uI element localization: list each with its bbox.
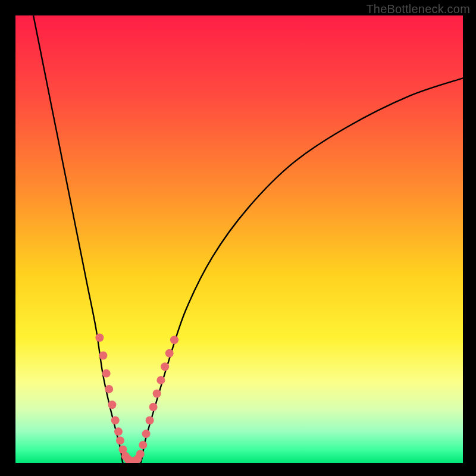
data-marker bbox=[95, 333, 104, 342]
data-marker bbox=[153, 389, 161, 397]
data-marker bbox=[116, 436, 124, 444]
data-marker bbox=[149, 403, 158, 411]
data-marker bbox=[165, 349, 174, 358]
data-marker bbox=[139, 441, 147, 449]
data-marker bbox=[99, 352, 107, 360]
data-marker bbox=[136, 450, 145, 458]
outer-frame: TheBottleneck.com bbox=[0, 0, 476, 476]
data-marker bbox=[102, 369, 111, 378]
data-marker bbox=[170, 336, 178, 344]
data-marker bbox=[114, 427, 123, 436]
data-marker bbox=[111, 416, 120, 425]
bottleneck-curve bbox=[33, 15, 463, 463]
data-marker bbox=[108, 400, 116, 409]
bottleneck-curve-layer bbox=[15, 15, 463, 463]
watermark-text: TheBottleneck.com bbox=[366, 2, 470, 16]
data-marker bbox=[146, 416, 154, 425]
data-marker bbox=[105, 385, 113, 393]
plot-area bbox=[15, 15, 463, 463]
data-marker bbox=[142, 430, 151, 438]
data-marker bbox=[156, 376, 165, 384]
data-marker bbox=[161, 362, 169, 371]
